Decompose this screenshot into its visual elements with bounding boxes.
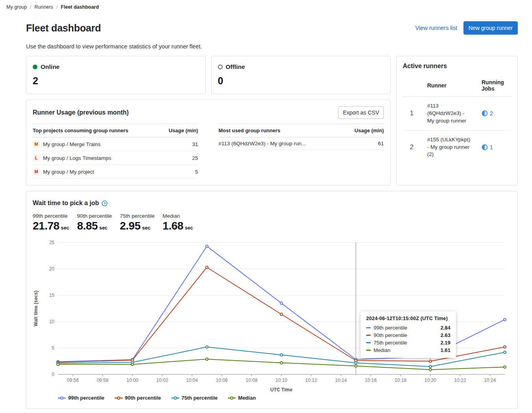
tooltip-series-value: 2.19	[441, 340, 450, 346]
projects-usage-header: Usage (min)	[164, 124, 198, 137]
running-jobs-column-header: Running Jobs	[475, 79, 511, 92]
runner-name: #155 (ULkKYpkpt) - My group runner (2)	[427, 136, 475, 159]
project-avatar: M	[33, 168, 40, 175]
stat-unit: sec	[185, 225, 193, 231]
wait-time-stat: 75th percentile2.95sec	[120, 213, 155, 232]
project-usage-row: MMy group / My project5	[33, 165, 198, 179]
active-runners-table: Runner Running Jobs 1#113 (6QHdzW2e3) - …	[403, 76, 511, 164]
breadcrumb-item-runners[interactable]: Runners	[35, 4, 53, 10]
stat-value-row: 1.68sec	[163, 220, 193, 232]
active-runners-card: Active runners Runner Running Jobs 1#113…	[396, 56, 518, 185]
project-usage-minutes: 5	[164, 165, 198, 179]
running-jobs-count: 2	[490, 110, 493, 117]
stat-unit: sec	[61, 225, 69, 231]
svg-text:10:20: 10:20	[424, 378, 436, 383]
project-usage-row: MMy group / Merge Trains31	[33, 137, 198, 151]
dashboard-right-column: Active runners Runner Running Jobs 1#113…	[396, 56, 518, 185]
tooltip-row: 99th percentile2.84	[366, 324, 450, 332]
svg-text:10:22: 10:22	[454, 378, 466, 383]
tooltip-series-swatch	[366, 327, 371, 328]
runner-name: #113 (6QHdzW2e3) - My group runner	[427, 102, 475, 125]
tooltip-series-value: 2.84	[441, 325, 450, 331]
usage-tables: Top projects consuming group runners Usa…	[33, 124, 384, 179]
legend-item-99th-percentile[interactable]: 99th percentile	[58, 395, 104, 401]
svg-text:10:00: 10:00	[126, 378, 138, 383]
most-used-runners-table: Most used group runners Usage (min) #113…	[219, 124, 384, 150]
active-runner-row: 2#155 (ULkKYpkpt) - My group runner (2)1	[403, 131, 511, 164]
wait-time-stat: 90th percentile8.85sec	[77, 213, 112, 232]
stat-value-row: 8.85sec	[77, 220, 112, 232]
fleet-dashboard-page: Fleet dashboard View runners list New gr…	[0, 21, 532, 413]
running-status-icon	[482, 144, 488, 150]
runner-name: #113 (6QHdzW2e3) - My group run...	[219, 141, 306, 146]
runner-index: 2	[403, 143, 427, 151]
header-actions: View runners list New group runner	[415, 21, 518, 35]
tooltip-series-label: 90th percentile	[374, 332, 438, 338]
runner-index: 1	[403, 109, 427, 117]
offline-count: 0	[218, 75, 384, 87]
svg-text:10:14: 10:14	[335, 378, 347, 383]
runner-column-header: Runner	[427, 82, 475, 89]
chart-legend: 99th percentile90th percentile75th perce…	[58, 395, 511, 401]
tooltip-title: 2024-06-12T10:15:00Z (UTC Time)	[366, 315, 450, 321]
online-label-row: Online	[33, 63, 199, 70]
project-usage-row: LMy group / Logs Timestamps25	[33, 151, 198, 165]
project-cell-inner: MMy group / My project	[33, 168, 164, 175]
tooltip-series-value: 2.63	[441, 332, 450, 338]
legend-label: 99th percentile	[68, 395, 104, 401]
runners-name-header: Most used group runners	[219, 124, 350, 137]
tooltip-series-swatch	[366, 342, 371, 343]
wait-time-stats-row: 99th percentile21.78sec90th percentile8.…	[33, 213, 511, 232]
project-cell: MMy group / My project	[33, 165, 164, 179]
project-cell: LMy group / Logs Timestamps	[33, 151, 164, 165]
wait-time-card: Wait time to pick a job ? 99th percentil…	[26, 191, 518, 409]
export-csv-button[interactable]: Export as CSV	[338, 106, 384, 119]
stat-value: 21.78	[33, 220, 60, 232]
x-axis: 09:5609:5810:0010:0210:0410:0610:0810:10…	[58, 374, 505, 383]
runner-usage-title: Runner Usage (previous month)	[33, 106, 129, 116]
stat-value: 1.68	[163, 220, 184, 232]
tooltip-row: 90th percentile2.63	[366, 332, 450, 339]
stat-label: Median	[163, 213, 193, 219]
project-name: My group / Logs Timestamps	[43, 155, 111, 161]
online-label: Online	[41, 63, 60, 70]
top-projects-table-wrap: Top projects consuming group runners Usa…	[33, 124, 198, 179]
svg-text:?: ?	[104, 201, 106, 205]
legend-item-75th-percentile[interactable]: 75th percentile	[171, 395, 218, 401]
wait-time-chart-wrap: 051015202509:5609:5810:0010:0210:0410:06…	[33, 235, 511, 394]
svg-text:09:58: 09:58	[97, 378, 108, 383]
breadcrumb-item-fleet-dashboard: Fleet dashboard	[61, 4, 99, 10]
project-name: My group / My project	[43, 169, 94, 175]
offline-label: Offline	[226, 63, 245, 70]
running-status-icon	[482, 110, 488, 117]
project-usage-minutes: 25	[164, 151, 198, 165]
view-runners-list-link[interactable]: View runners list	[415, 25, 457, 31]
active-runners-table-header: Runner Running Jobs	[403, 76, 511, 97]
svg-text:10:16: 10:16	[365, 378, 377, 383]
breadcrumb-item-my-group[interactable]: My group	[6, 4, 27, 10]
project-usage-minutes: 31	[164, 137, 198, 151]
legend-item-90th-percentile[interactable]: 90th percentile	[115, 395, 161, 401]
svg-text:10:04: 10:04	[186, 378, 198, 383]
online-count: 2	[33, 75, 199, 87]
legend-label: 75th percentile	[182, 395, 218, 401]
stat-label: 90th percentile	[77, 213, 112, 219]
svg-text:20: 20	[49, 266, 55, 272]
legend-item-median[interactable]: Median	[228, 395, 256, 401]
running-jobs-count: 1	[490, 144, 493, 150]
runner-usage-header: Runner Usage (previous month) Export as …	[33, 106, 384, 119]
dashboard-description: Use the dashboard to view performance st…	[26, 43, 518, 50]
page-title: Fleet dashboard	[26, 22, 101, 34]
project-cell-inner: MMy group / Merge Trains	[33, 141, 164, 148]
top-projects-table: Top projects consuming group runners Usa…	[33, 124, 198, 179]
stat-value-row: 21.78sec	[33, 220, 69, 232]
chart-tooltip: 2024-06-12T10:15:00Z (UTC Time)99th perc…	[361, 311, 456, 358]
stat-label: 99th percentile	[33, 213, 69, 219]
online-status-icon	[33, 65, 37, 69]
help-question-icon[interactable]: ?	[102, 200, 108, 206]
stat-value-row: 2.95sec	[120, 220, 155, 232]
new-group-runner-button[interactable]: New group runner	[463, 21, 518, 35]
running-jobs-cell: 2	[475, 110, 511, 117]
svg-text:10:18: 10:18	[394, 378, 406, 383]
active-runners-title: Active runners	[403, 63, 511, 70]
